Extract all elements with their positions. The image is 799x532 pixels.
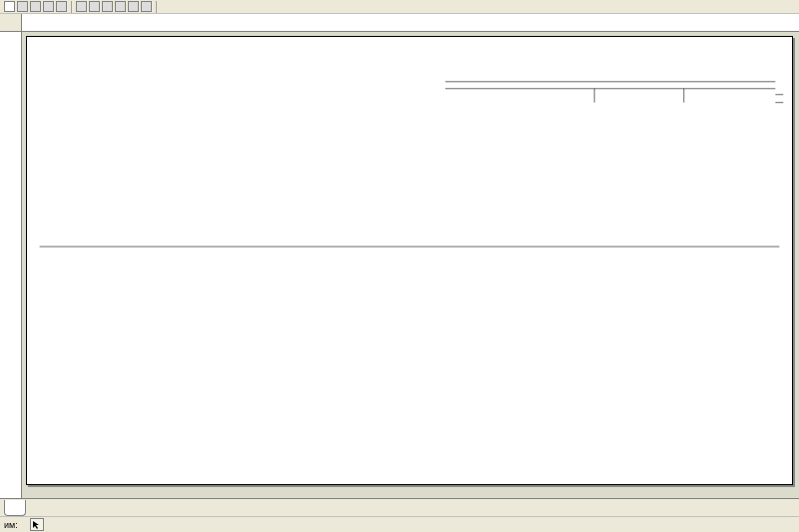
tool-10[interactable]: [141, 1, 152, 12]
cursor-tool-icon[interactable]: [30, 518, 44, 531]
horizontal-ruler: [22, 14, 799, 32]
ruler-corner: [0, 14, 22, 32]
main-toolbar: [0, 0, 799, 14]
schematic-sheet[interactable]: [26, 36, 793, 485]
separator: [71, 1, 72, 13]
canvas[interactable]: [22, 32, 799, 498]
status-bar: им:: [0, 516, 799, 532]
tool-1[interactable]: [17, 1, 28, 12]
tool-select[interactable]: [4, 1, 15, 12]
tool-3[interactable]: [43, 1, 54, 12]
tool-4[interactable]: [56, 1, 67, 12]
tool-9[interactable]: [128, 1, 139, 12]
power-rails: [445, 82, 783, 103]
tool-2[interactable]: [30, 1, 41, 12]
tool-8[interactable]: [115, 1, 126, 12]
schematic-svg: [27, 37, 792, 484]
status-prefix: им:: [4, 520, 18, 530]
separator: [156, 1, 157, 13]
tool-5[interactable]: [76, 1, 87, 12]
tool-6[interactable]: [89, 1, 100, 12]
page-tab[interactable]: [4, 500, 26, 516]
page-tab-bar: [0, 498, 799, 516]
vertical-ruler: [0, 32, 22, 498]
tool-7[interactable]: [102, 1, 113, 12]
